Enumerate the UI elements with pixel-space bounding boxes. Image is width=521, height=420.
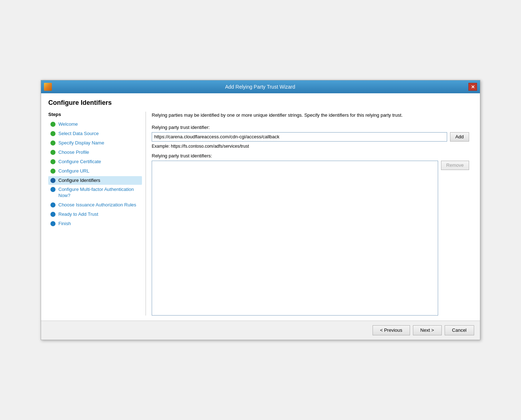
sidebar-item-select-data-source[interactable]: Select Data Source bbox=[48, 129, 142, 138]
identifiers-list[interactable] bbox=[152, 161, 438, 316]
step-dot-select-data-source bbox=[50, 131, 55, 136]
step-label-ready-to-add: Ready to Add Trust bbox=[58, 211, 98, 218]
step-dot-ready-to-add bbox=[50, 212, 55, 217]
step-dot-configure-identifiers bbox=[50, 178, 55, 183]
step-label-configure-mfa: Configure Multi-factor Authentication No… bbox=[58, 187, 140, 199]
sidebar-item-finish[interactable]: Finish bbox=[48, 219, 142, 228]
sidebar-item-choose-profile[interactable]: Choose Profile bbox=[48, 148, 142, 157]
step-dot-specify-display-name bbox=[50, 140, 55, 146]
remove-button[interactable]: Remove bbox=[441, 161, 469, 170]
step-label-choose-profile: Choose Profile bbox=[58, 149, 89, 156]
sidebar-item-configure-url[interactable]: Configure URL bbox=[48, 167, 142, 176]
main-layout: Steps WelcomeSelect Data SourceSpecify D… bbox=[48, 112, 473, 316]
close-button[interactable]: ✕ bbox=[468, 83, 477, 91]
step-label-specify-display-name: Specify Display Name bbox=[58, 140, 104, 146]
step-dot-welcome bbox=[50, 122, 55, 127]
sidebar-item-configure-identifiers[interactable]: Configure Identifiers bbox=[48, 176, 142, 185]
add-button[interactable]: Add bbox=[450, 132, 469, 142]
step-dot-choose-profile bbox=[50, 150, 55, 155]
step-dot-configure-url bbox=[50, 169, 55, 174]
sidebar-item-choose-issuance[interactable]: Choose Issuance Authorization Rules bbox=[48, 201, 142, 210]
window-title: Add Relying Party Trust Wizard bbox=[52, 84, 468, 90]
step-dot-configure-certificate bbox=[50, 159, 55, 164]
step-label-finish: Finish bbox=[58, 221, 71, 227]
identifiers-list-row: Remove bbox=[152, 161, 469, 316]
identifier-input[interactable] bbox=[152, 132, 447, 142]
step-dot-choose-issuance bbox=[50, 202, 55, 207]
wizard-window: Add Relying Party Trust Wizard ✕ Configu… bbox=[41, 80, 480, 340]
sidebar-item-configure-mfa[interactable]: Configure Multi-factor Authentication No… bbox=[48, 185, 142, 200]
content-area: Configure Identifiers Steps WelcomeSelec… bbox=[41, 93, 480, 316]
step-dot-finish bbox=[50, 221, 55, 226]
step-label-choose-issuance: Choose Issuance Authorization Rules bbox=[58, 202, 136, 208]
sidebar-item-configure-certificate[interactable]: Configure Certificate bbox=[48, 157, 142, 166]
description-text: Relying parties may be identified by one… bbox=[152, 112, 469, 119]
cancel-button[interactable]: Cancel bbox=[445, 325, 474, 335]
identifier-label: Relying party trust identifier: bbox=[152, 125, 469, 130]
sidebar: Steps WelcomeSelect Data SourceSpecify D… bbox=[48, 112, 146, 316]
steps-label: Steps bbox=[48, 112, 142, 117]
identifiers-list-label: Relying party trust identifiers: bbox=[152, 153, 469, 158]
titlebar: Add Relying Party Trust Wizard ✕ bbox=[41, 80, 480, 93]
identifier-row: Add bbox=[152, 132, 469, 142]
example-text: Example: https://fs.contoso.com/adfs/ser… bbox=[152, 144, 469, 149]
step-dot-configure-mfa bbox=[50, 187, 55, 192]
step-label-configure-certificate: Configure Certificate bbox=[58, 159, 101, 165]
bottom-bar: < Previous Next > Cancel bbox=[41, 321, 480, 340]
sidebar-item-welcome[interactable]: Welcome bbox=[48, 120, 142, 129]
step-label-configure-url: Configure URL bbox=[58, 168, 89, 174]
right-panel: Relying parties may be identified by one… bbox=[146, 112, 473, 316]
step-label-welcome: Welcome bbox=[58, 121, 78, 128]
previous-button[interactable]: < Previous bbox=[373, 325, 410, 335]
app-icon bbox=[44, 83, 52, 91]
sidebar-item-specify-display-name[interactable]: Specify Display Name bbox=[48, 139, 142, 148]
sidebar-item-ready-to-add[interactable]: Ready to Add Trust bbox=[48, 210, 142, 219]
step-label-select-data-source: Select Data Source bbox=[58, 131, 99, 137]
step-label-configure-identifiers: Configure Identifiers bbox=[58, 178, 100, 184]
next-button[interactable]: Next > bbox=[413, 325, 442, 335]
page-title: Configure Identifiers bbox=[48, 99, 473, 107]
steps-list: WelcomeSelect Data SourceSpecify Display… bbox=[48, 120, 142, 228]
